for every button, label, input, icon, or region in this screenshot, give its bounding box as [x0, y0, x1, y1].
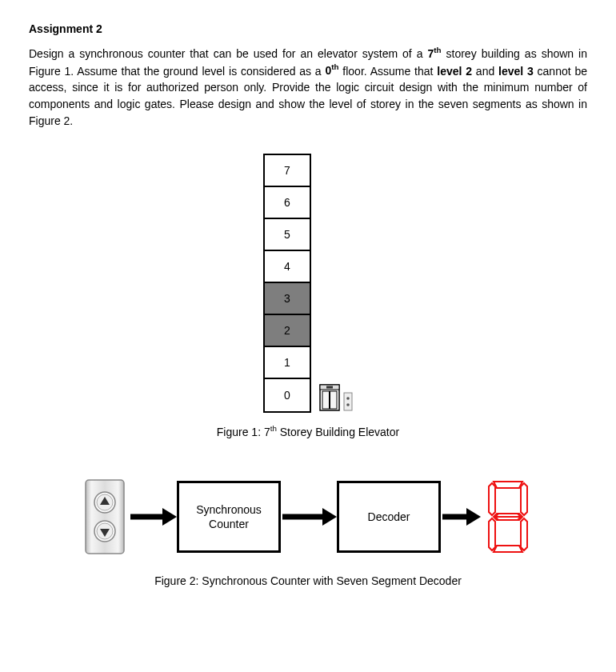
figure-2-caption: Figure 2: Synchronous Counter with Seven…: [154, 574, 462, 587]
svg-marker-16: [162, 508, 177, 526]
arrow-icon: [281, 505, 337, 529]
block-label: Synchronous Counter: [182, 502, 275, 531]
floor-cell: 0: [265, 379, 310, 411]
bold-0: 0th: [325, 64, 338, 77]
para-text: and: [472, 64, 498, 77]
floor-cell: 7: [265, 155, 310, 187]
block-label: Decoder: [368, 510, 410, 524]
floor-cell: 2: [265, 315, 310, 347]
figure-2-content: Synchronous Counter Decoder: [84, 478, 532, 555]
svg-point-7: [346, 404, 350, 407]
call-panel-icon: [343, 392, 353, 411]
problem-paragraph: Design a synchronous counter that can be…: [29, 45, 587, 130]
sup-th-2: th: [331, 63, 338, 72]
floor-cell: 6: [265, 187, 310, 219]
arrow-icon: [441, 505, 481, 529]
svg-marker-23: [521, 518, 527, 550]
para-text: Design a synchronous counter that can be…: [29, 47, 428, 60]
svg-rect-8: [86, 480, 124, 554]
caption-text: Figure 1: 7: [217, 426, 270, 438]
decoder-block: Decoder: [337, 481, 441, 553]
svg-marker-25: [489, 518, 495, 550]
figure-1-content: 76543210: [263, 154, 353, 413]
svg-rect-3: [322, 391, 330, 409]
svg-rect-5: [344, 393, 352, 410]
svg-point-6: [346, 398, 350, 401]
bold-level3: level 3: [498, 64, 534, 77]
floor-cell: 3: [265, 283, 310, 315]
assignment-title: Assignment 2: [29, 22, 587, 35]
svg-marker-24: [494, 546, 522, 552]
svg-marker-22: [521, 483, 527, 515]
floor-cell: 5: [265, 219, 310, 251]
svg-marker-21: [494, 482, 522, 488]
building-tower: 76543210: [263, 154, 311, 413]
svg-marker-26: [489, 483, 495, 515]
svg-marker-18: [322, 508, 337, 526]
figure-1-caption: Figure 1: 7th Storey Building Elevator: [217, 424, 399, 438]
floor-cell: 1: [265, 347, 310, 379]
svg-rect-4: [330, 391, 338, 409]
updown-button-panel-icon: [84, 478, 126, 555]
bold-7: 7th: [428, 47, 442, 60]
sup-th-1: th: [434, 46, 441, 54]
synchronous-counter-block: Synchronous Counter: [177, 481, 281, 553]
figure-2: Synchronous Counter Decoder: [29, 478, 587, 587]
para-text: floor. Assume that: [339, 64, 438, 77]
arrow-icon: [129, 505, 177, 529]
svg-marker-27: [495, 514, 521, 520]
seven-segment-icon: [484, 478, 532, 555]
caption-text: Storey Building Elevator: [277, 426, 399, 438]
caption-sup: th: [270, 424, 277, 433]
bold-level2: level 2: [437, 64, 472, 77]
figure-1: 76543210 Figure 1: 7th Storey Building E…: [29, 154, 587, 438]
floor-cell: 4: [265, 251, 310, 283]
svg-rect-2: [326, 386, 333, 389]
svg-marker-20: [466, 508, 481, 526]
elevator-group: [319, 384, 353, 411]
elevator-icon: [319, 384, 340, 411]
